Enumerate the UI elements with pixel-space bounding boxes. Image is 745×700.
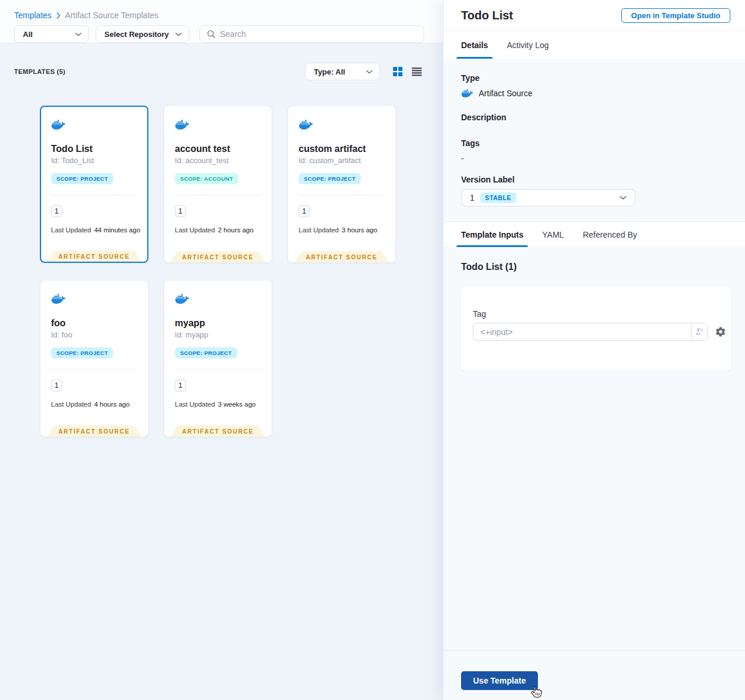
drawer-footer: Use Template (443, 650, 745, 700)
last-updated-label: Last Updated (299, 226, 338, 234)
version-count-chip: 1 (299, 205, 310, 217)
tab-details[interactable]: Details (456, 31, 493, 59)
template-content-tabs: Template Inputs YAML Referenced By (443, 222, 745, 247)
stable-badge: STABLE (480, 192, 516, 203)
description-label: Description (461, 113, 727, 122)
artifact-source-ribbon: ARTIFACT SOURCE (47, 425, 142, 437)
list-view-icon[interactable] (412, 67, 422, 76)
last-updated-value: 2 hours ago (218, 226, 253, 234)
docker-icon (299, 119, 313, 130)
search-icon (207, 30, 215, 38)
scope-badge: SCOPE: PROJECT (51, 173, 113, 184)
last-updated-row: Last Updated 44 minutes ago (51, 226, 137, 234)
card-divider (299, 195, 385, 195)
input-type-gear-icon[interactable] (715, 326, 726, 337)
chevron-down-icon (366, 70, 372, 74)
artifact-source-ribbon: ARTIFACT SOURCE (171, 251, 266, 262)
docker-icon (175, 119, 189, 130)
card-id: Id: foo (51, 330, 137, 339)
scope-filter-value: All (23, 30, 33, 39)
tab-activity-log[interactable]: Activity Log (502, 31, 554, 59)
card-id: Id: custom_artifact (299, 156, 385, 165)
repository-filter-value: Select Repository (104, 30, 169, 39)
card-id: Id: Todo_List (51, 156, 137, 165)
template-card-account-test[interactable]: account test Id: account_test SCOPE: ACC… (164, 106, 272, 263)
card-divider (175, 369, 261, 370)
last-updated-row: Last Updated 3 hours ago (299, 226, 385, 234)
breadcrumb-templates-link[interactable]: Templates (14, 11, 52, 20)
templates-body: TEMPLATES (5) Type: All Todo List (0, 43, 443, 700)
use-template-button[interactable]: Use Template (461, 671, 538, 690)
card-divider (51, 195, 137, 195)
tag-field-row: Σx (473, 323, 719, 341)
details-tabs: Details Activity Log (443, 31, 745, 59)
tab-referenced-by[interactable]: Referenced By (578, 222, 642, 247)
search-box (199, 25, 424, 43)
breadcrumb: Templates Artifact Source Templates (14, 11, 429, 20)
last-updated-label: Last Updated (175, 401, 215, 408)
version-value: 1 (470, 193, 475, 202)
last-updated-label: Last Updated (175, 226, 215, 234)
template-card-myapp[interactable]: myapp Id: myapp SCOPE: PROJECT 1 Last Up… (164, 280, 272, 437)
version-select[interactable]: 1 STABLE (461, 189, 635, 207)
templates-page: Templates Artifact Source Templates All … (0, 0, 443, 700)
breadcrumb-current: Artifact Source Templates (65, 11, 158, 20)
docker-icon (175, 293, 189, 305)
last-updated-row: Last Updated 3 weeks ago (175, 401, 261, 408)
grid-view-icon[interactable] (393, 67, 402, 76)
last-updated-label: Last Updated (51, 226, 91, 234)
card-divider (175, 195, 261, 195)
scope-filter-dropdown[interactable]: All (14, 25, 89, 43)
tab-yaml[interactable]: YAML (537, 222, 568, 247)
templates-count-label: TEMPLATES (5) (14, 68, 66, 75)
search-input[interactable] (220, 29, 416, 39)
tag-input-box: Σx (473, 323, 708, 341)
breadcrumb-separator-icon (56, 12, 60, 19)
tag-field-label: Tag (473, 309, 719, 319)
view-toggle (393, 67, 422, 76)
card-title: Todo List (51, 143, 137, 154)
template-details-drawer: Todo List Open in Template Studio Detail… (443, 0, 745, 700)
scope-badge: SCOPE: PROJECT (299, 173, 361, 184)
artifact-source-ribbon: ARTIFACT SOURCE (171, 425, 266, 437)
card-title: foo (51, 317, 137, 329)
card-id: Id: myapp (175, 330, 261, 339)
repository-filter-dropdown[interactable]: Select Repository (96, 25, 189, 43)
last-updated-value: 44 minutes ago (94, 226, 140, 234)
template-card-todo-list[interactable]: Todo List Id: Todo_List SCOPE: PROJECT 1… (40, 106, 148, 263)
drawer-header: Todo List Open in Template Studio (443, 0, 745, 31)
scope-badge: SCOPE: PROJECT (175, 347, 237, 359)
scope-badge: SCOPE: ACCOUNT (175, 173, 238, 184)
card-title: custom artifact (299, 143, 385, 154)
chevron-down-icon (75, 32, 82, 36)
version-count-chip: 1 (175, 380, 186, 391)
grid-header: TEMPLATES (5) Type: All (14, 63, 429, 80)
version-count-chip: 1 (175, 205, 186, 217)
version-count-chip: 1 (51, 205, 62, 217)
docker-icon (461, 89, 473, 98)
type-label: Type (461, 73, 727, 83)
version-label: Version Label (461, 175, 727, 184)
tab-template-inputs[interactable]: Template Inputs (456, 222, 528, 247)
open-in-template-studio-button[interactable]: Open in Template Studio (621, 8, 730, 23)
drawer-title: Todo List (461, 9, 621, 22)
last-updated-row: Last Updated 4 hours ago (51, 401, 137, 408)
template-card-foo[interactable]: foo Id: foo SCOPE: PROJECT 1 Last Update… (40, 280, 148, 437)
details-panel: Type Artifact Source Description Tags - … (443, 59, 745, 222)
scope-badge: SCOPE: PROJECT (51, 347, 113, 359)
last-updated-value: 4 hours ago (94, 401, 130, 408)
chevron-down-icon (619, 195, 627, 200)
artifact-source-ribbon: ARTIFACT SOURCE (294, 251, 390, 262)
template-inputs-panel: Todo List (1) Tag Σx (443, 247, 745, 650)
expression-sigma-icon[interactable]: Σx (691, 323, 707, 340)
docker-icon (51, 119, 66, 130)
template-inputs-card: Tag Σx (461, 286, 731, 371)
filter-row: All Select Repository (14, 25, 429, 43)
type-filter-dropdown[interactable]: Type: All (305, 63, 380, 80)
version-count-chip: 1 (51, 380, 62, 391)
template-card-custom-artifact[interactable]: custom artifact Id: custom_artifact SCOP… (287, 106, 396, 263)
tag-input[interactable] (473, 323, 691, 340)
chevron-down-icon (175, 32, 182, 36)
type-filter-value: Type: All (314, 67, 345, 76)
card-id: Id: account_test (175, 156, 261, 165)
